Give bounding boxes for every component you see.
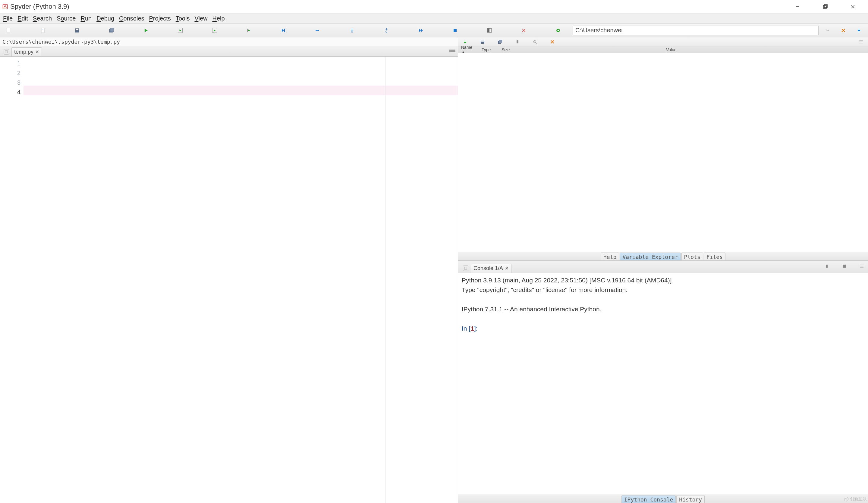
menubar: File Edit Search Source Run Debug Consol…: [0, 13, 868, 23]
svg-rect-29: [464, 267, 467, 269]
browse-tabs-icon[interactable]: [3, 49, 9, 54]
col-type[interactable]: Type: [482, 47, 496, 52]
debug-stop-button[interactable]: [449, 25, 461, 36]
window-title: Spyder (Python 3.9): [10, 3, 69, 11]
svg-rect-24: [481, 40, 484, 42]
search-icon[interactable]: [532, 39, 538, 44]
editor-tab-label: temp.py: [14, 49, 33, 55]
console-tab-label: Console 1/A: [474, 265, 503, 271]
svg-rect-17: [454, 29, 457, 32]
minimize-button[interactable]: [784, 0, 812, 13]
svg-point-15: [351, 31, 353, 32]
menu-tools[interactable]: Tools: [173, 14, 192, 23]
menu-source[interactable]: Source: [54, 14, 78, 23]
svg-rect-2: [823, 6, 826, 8]
svg-rect-30: [826, 265, 828, 268]
debug-step-in-button[interactable]: [346, 25, 358, 36]
tab-help[interactable]: Help: [601, 253, 619, 260]
working-directory-field[interactable]: C:\Users\chenwei: [572, 25, 818, 35]
open-file-button[interactable]: [37, 25, 49, 36]
close-console-icon[interactable]: ✕: [505, 266, 509, 271]
console-tabbar: Console 1/A ✕: [458, 261, 868, 273]
console-tab[interactable]: Console 1/A ✕: [471, 264, 512, 273]
close-tab-icon[interactable]: ✕: [35, 49, 39, 55]
import-data-icon[interactable]: [462, 39, 468, 44]
max-pane-button[interactable]: [484, 25, 495, 36]
editor-body[interactable]: 1 2 3 4: [0, 57, 458, 503]
variable-explorer-pane: Name ▲ Type Size Value Help Variable Exp…: [458, 37, 868, 261]
editor-options-icon[interactable]: [450, 48, 455, 52]
browse-directory-button[interactable]: [837, 25, 850, 35]
svg-point-16: [386, 31, 387, 32]
svg-rect-3: [824, 4, 827, 8]
column-guide: [385, 57, 385, 503]
menu-file[interactable]: File: [1, 14, 15, 23]
run-cell-button[interactable]: [174, 25, 186, 36]
maximize-button[interactable]: [812, 0, 839, 13]
save-all-button[interactable]: [105, 25, 117, 36]
menu-edit[interactable]: Edit: [15, 14, 30, 23]
console-options-icon[interactable]: [859, 264, 865, 269]
console-output[interactable]: Python 3.9.13 (main, Aug 25 2022, 23:51:…: [458, 273, 868, 495]
svg-rect-7: [41, 28, 44, 32]
remove-console-icon[interactable]: [841, 264, 847, 269]
svg-rect-27: [517, 40, 518, 43]
menu-help[interactable]: Help: [210, 14, 227, 23]
svg-rect-22: [5, 51, 8, 53]
tab-history[interactable]: History: [676, 495, 705, 503]
svg-rect-26: [499, 40, 502, 43]
run-selection-button[interactable]: [243, 25, 255, 36]
refresh-icon[interactable]: [515, 39, 520, 44]
console-bottom-tabs: IPython Console History: [458, 495, 868, 503]
variable-explorer-body[interactable]: [458, 53, 868, 252]
debug-step-out-button[interactable]: [380, 25, 392, 36]
path-dropdown-button[interactable]: [821, 25, 834, 35]
svg-point-28: [534, 40, 536, 43]
python-path-button[interactable]: [552, 25, 564, 36]
line-gutter: 1 2 3 4: [0, 57, 23, 503]
col-value[interactable]: Value: [666, 47, 676, 52]
menu-projects[interactable]: Projects: [147, 14, 173, 23]
save-button[interactable]: [71, 25, 83, 36]
debug-button[interactable]: [277, 25, 289, 36]
debug-continue-button[interactable]: [415, 25, 427, 36]
svg-rect-6: [7, 28, 10, 32]
save-data-as-icon[interactable]: [497, 39, 503, 44]
svg-rect-31: [843, 265, 846, 268]
menu-debug[interactable]: Debug: [94, 14, 117, 23]
code-area[interactable]: [23, 57, 458, 503]
editor-tabbar: temp.py ✕: [0, 46, 458, 57]
tab-plots[interactable]: Plots: [681, 253, 703, 260]
save-data-icon[interactable]: [480, 39, 485, 44]
menu-consoles[interactable]: Consoles: [117, 14, 146, 23]
right-pane-tabs: Help Variable Explorer Plots Files: [458, 252, 868, 260]
tab-files[interactable]: Files: [704, 253, 725, 260]
editor-pane: C:\Users\chenwei\.spyder-py3\temp.py tem…: [0, 37, 458, 503]
menu-view[interactable]: View: [192, 14, 210, 23]
console-browse-icon[interactable]: [463, 266, 468, 271]
svg-rect-11: [110, 28, 114, 32]
svg-rect-14: [284, 29, 285, 32]
ve-options-icon[interactable]: [858, 39, 864, 44]
close-button[interactable]: [839, 0, 867, 13]
interrupt-kernel-icon[interactable]: [824, 264, 829, 269]
col-size[interactable]: Size: [502, 47, 516, 52]
parent-directory-button[interactable]: [852, 25, 866, 35]
tab-ipython-console[interactable]: IPython Console: [621, 495, 676, 503]
menu-search[interactable]: Search: [30, 14, 54, 23]
debug-step-button[interactable]: [312, 25, 324, 36]
remove-icon[interactable]: [550, 39, 555, 44]
editor-tab-temp[interactable]: temp.py ✕: [11, 47, 42, 57]
working-directory-text: C:\Users\chenwei: [575, 27, 623, 34]
new-file-button[interactable]: [2, 25, 14, 36]
run-button[interactable]: [140, 25, 152, 36]
variable-explorer-header: Name ▲ Type Size Value: [458, 47, 868, 53]
variable-explorer-toolbar: [458, 37, 868, 47]
svg-rect-19: [487, 28, 489, 32]
current-line: [23, 85, 458, 95]
menu-run[interactable]: Run: [78, 14, 94, 23]
titlebar: Spyder (Python 3.9): [0, 0, 868, 13]
tab-variable-explorer[interactable]: Variable Explorer: [620, 253, 681, 260]
preferences-button[interactable]: [518, 25, 530, 36]
run-cell-advance-button[interactable]: [209, 25, 220, 36]
